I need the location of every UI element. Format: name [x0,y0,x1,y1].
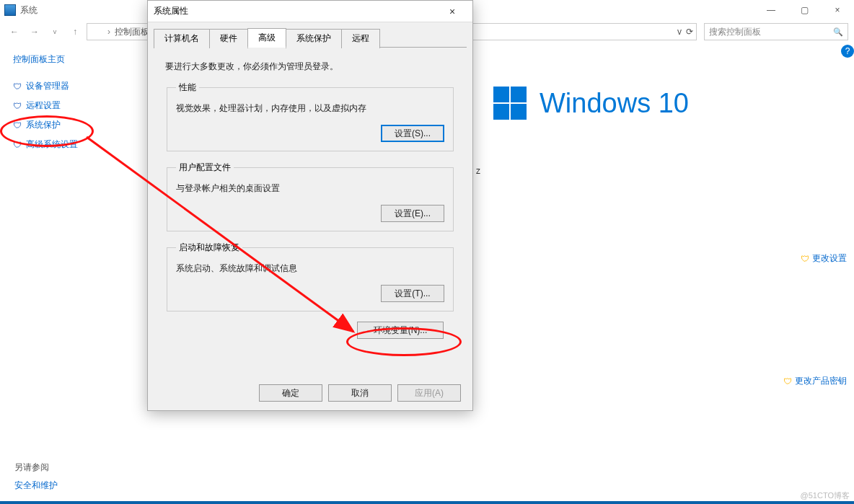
profiles-group: 用户配置文件 与登录帐户相关的桌面设置 设置(E)... [167,162,454,231]
startup-settings-button[interactable]: 设置(T)... [381,285,444,302]
breadcrumb-icon [90,27,100,37]
recent-dropdown[interactable]: v [46,23,63,40]
sidebar-item-label: 设备管理器 [26,80,69,92]
performance-settings-button[interactable]: 设置(S)... [381,125,444,142]
startup-legend: 启动和故障恢复 [176,242,242,254]
system-properties-dialog: 系统属性 × 计算机名 硬件 高级 系统保护 远程 要进行大多数更改，你必须作为… [147,0,473,411]
search-icon[interactable] [833,27,843,37]
environment-variables-button[interactable]: 环境变量(N)... [357,322,444,339]
windows-logo-block: Windows 10 [493,87,854,120]
shield-icon [13,120,22,131]
link-label: 更改产品密钥 [795,375,847,387]
shield-icon [13,140,22,150]
control-panel-home-link[interactable]: 控制面板主页 [13,53,136,66]
sidebar-item-label: 远程设置 [26,100,61,112]
see-also-link[interactable]: 安全和维护 [14,479,58,492]
address-dropdown-icon[interactable]: v [677,27,682,37]
ok-button[interactable]: 确定 [259,384,322,402]
dialog-intro-text: 要进行大多数更改，你必须作为管理员登录。 [165,61,455,73]
shield-icon [13,101,22,111]
window-title: 系统 [20,4,38,17]
forward-button[interactable]: → [26,23,43,40]
sidebar-item-device-manager[interactable]: 设备管理器 [13,80,136,92]
back-button[interactable]: ← [6,23,23,40]
maximize-button[interactable]: ▢ [788,0,821,20]
search-input[interactable]: 搜索控制面板 [704,23,848,40]
performance-legend: 性能 [176,81,199,94]
tab-system-protection[interactable]: 系统保护 [286,29,342,48]
dialog-titlebar[interactable]: 系统属性 × [148,1,472,22]
shield-icon [783,376,792,386]
watermark: @51CTO博客 [801,490,850,501]
dialog-close-button[interactable]: × [438,6,467,17]
tab-remote[interactable]: 远程 [341,29,380,48]
windows-logo-text: Windows 10 [540,88,689,119]
sidebar-item-system-protection[interactable]: 系统保护 [13,119,136,131]
profiles-settings-button[interactable]: 设置(E)... [381,205,444,222]
startup-group: 启动和故障恢复 系统启动、系统故障和调试信息 设置(T)... [167,242,454,311]
sidebar-item-label: 高级系统设置 [26,138,78,151]
profiles-desc: 与登录帐户相关的桌面设置 [176,182,444,195]
windows-logo-icon [493,87,527,120]
startup-desc: 系统启动、系统故障和调试信息 [176,262,444,275]
performance-desc: 视觉效果，处理器计划，内存使用，以及虚拟内存 [176,102,444,115]
change-settings-link[interactable]: 更改设置 [801,252,847,265]
breadcrumb-0[interactable]: 控制面板 [115,26,149,38]
help-icon[interactable]: ? [841,45,854,58]
refresh-icon[interactable]: ⟳ [686,27,693,37]
performance-group: 性能 视觉效果，处理器计划，内存使用，以及虚拟内存 设置(S)... [167,81,454,151]
apply-button[interactable]: 应用(A) [397,384,461,402]
minimize-button[interactable]: — [754,0,788,20]
cancel-button[interactable]: 取消 [328,384,392,402]
shield-icon [801,254,809,264]
tab-computer-name[interactable]: 计算机名 [154,29,210,48]
sidebar-item-advanced-settings[interactable]: 高级系统设置 [13,138,136,151]
change-product-key-link[interactable]: 更改产品密钥 [783,375,847,387]
see-also-heading: 另请参阅 [14,461,58,474]
search-placeholder: 搜索控制面板 [709,26,761,38]
link-label: 更改设置 [812,252,847,265]
dialog-title: 系统属性 [154,5,188,17]
tab-advanced[interactable]: 高级 [247,28,286,48]
stray-text: z [476,166,480,176]
system-icon [4,4,16,16]
close-window-button[interactable]: × [821,0,854,20]
tab-hardware[interactable]: 硬件 [209,29,248,48]
shield-icon [13,81,22,92]
sidebar-item-label: 系统保护 [26,119,61,131]
profiles-legend: 用户配置文件 [176,162,234,174]
window-bottom-stripe [0,501,854,504]
up-button[interactable]: ↑ [66,23,84,40]
sidebar-item-remote-settings[interactable]: 远程设置 [13,100,136,112]
